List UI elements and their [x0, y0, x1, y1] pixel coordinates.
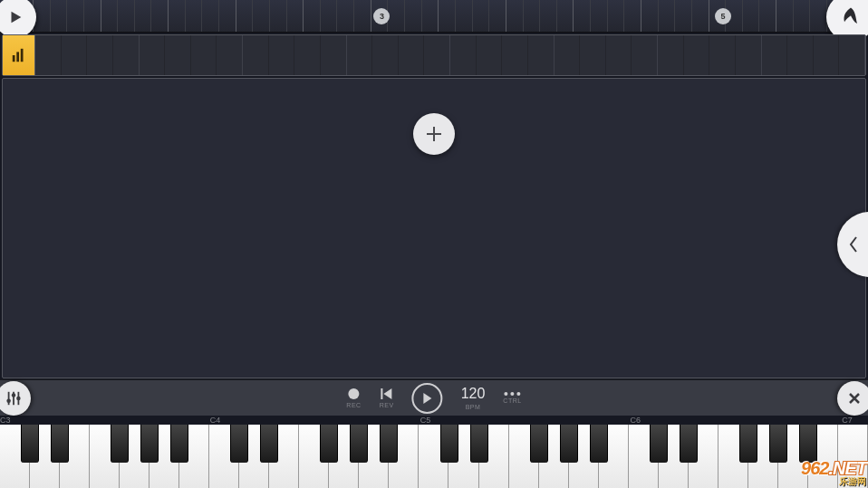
- pattern-cell[interactable]: [684, 35, 710, 75]
- svg-point-8: [16, 396, 21, 400]
- pattern-cell[interactable]: [736, 35, 762, 75]
- white-key[interactable]: [838, 425, 868, 488]
- pattern-cell[interactable]: [372, 35, 399, 75]
- timeline-tick: [336, 0, 337, 32]
- black-key[interactable]: [590, 425, 608, 463]
- pattern-cell[interactable]: [580, 35, 606, 75]
- rewind-label: REV: [380, 402, 394, 408]
- pattern-cell[interactable]: [113, 35, 140, 75]
- timeline-tick: [776, 0, 776, 32]
- transport-controls: REC REV 120 BPM CTRL: [346, 383, 521, 414]
- timeline-tick: [472, 0, 473, 32]
- play-button-top[interactable]: [0, 0, 36, 38]
- pattern-cell[interactable]: [87, 35, 113, 75]
- play-button[interactable]: [412, 383, 443, 414]
- pattern-cell[interactable]: [62, 35, 88, 75]
- timeline-tick: [168, 0, 169, 32]
- pattern-cell[interactable]: [658, 35, 684, 75]
- more-icon: [504, 392, 520, 396]
- black-key[interactable]: [111, 425, 129, 463]
- black-key[interactable]: [530, 425, 548, 463]
- black-key[interactable]: [51, 425, 69, 463]
- ctrl-button[interactable]: CTRL: [503, 392, 521, 404]
- pattern-cell[interactable]: [632, 35, 658, 75]
- pattern-cell[interactable]: [762, 35, 788, 75]
- pattern-cell[interactable]: [321, 35, 347, 75]
- black-key[interactable]: [680, 425, 698, 463]
- bar-marker[interactable]: 3: [373, 8, 390, 24]
- pattern-cell[interactable]: [424, 35, 450, 75]
- pattern-cell[interactable]: [347, 35, 373, 75]
- timeline-tick: [134, 0, 135, 32]
- octave-label: C3: [0, 416, 11, 425]
- timeline-tick: [269, 0, 270, 32]
- timeline-ruler[interactable]: 35: [0, 0, 868, 33]
- pattern-cell[interactable]: [217, 35, 243, 75]
- pattern-cell[interactable]: [450, 35, 477, 75]
- black-key[interactable]: [230, 425, 248, 463]
- black-key[interactable]: [170, 425, 188, 463]
- pattern-cell[interactable]: [814, 35, 840, 75]
- timeline-tick: [658, 0, 659, 32]
- pattern-cell[interactable]: [528, 35, 555, 75]
- timeline-tick: [742, 0, 743, 32]
- pattern-cell[interactable]: [35, 35, 62, 75]
- black-key[interactable]: [440, 425, 458, 463]
- black-key[interactable]: [140, 425, 159, 463]
- pattern-cell[interactable]: [294, 35, 321, 75]
- pattern-bar: [2, 34, 866, 76]
- piano-keyboard[interactable]: [0, 425, 868, 488]
- rewind-button[interactable]: REV: [380, 388, 394, 408]
- track-levels-tab[interactable]: [3, 35, 35, 75]
- black-key[interactable]: [260, 425, 278, 463]
- add-clip-button[interactable]: [413, 113, 455, 155]
- pattern-cell[interactable]: [787, 35, 814, 75]
- pattern-cell[interactable]: [502, 35, 528, 75]
- black-key[interactable]: [799, 425, 817, 463]
- close-keyboard-button[interactable]: [837, 381, 868, 416]
- bpm-control[interactable]: 120 BPM: [461, 386, 486, 410]
- timeline-tick: [523, 0, 524, 32]
- bars-icon: [11, 47, 27, 63]
- clip-area[interactable]: [2, 78, 866, 378]
- black-key[interactable]: [350, 425, 368, 463]
- pattern-cell[interactable]: [399, 35, 425, 75]
- pattern-cell[interactable]: [243, 35, 269, 75]
- bar-marker[interactable]: 5: [715, 8, 731, 24]
- black-key[interactable]: [380, 425, 398, 463]
- mixer-button[interactable]: [0, 381, 31, 416]
- octave-label: C7: [842, 416, 853, 425]
- black-key[interactable]: [470, 425, 488, 463]
- pattern-cell[interactable]: [140, 35, 166, 75]
- black-key[interactable]: [739, 425, 757, 463]
- timeline-tick: [641, 0, 641, 32]
- black-key[interactable]: [21, 425, 39, 463]
- timeline-tick: [404, 0, 405, 32]
- record-button[interactable]: REC: [346, 388, 361, 408]
- timeline-tick: [421, 0, 422, 32]
- black-key[interactable]: [650, 425, 668, 463]
- pattern-cell[interactable]: [269, 35, 295, 75]
- pattern-cell[interactable]: [606, 35, 632, 75]
- pattern-cell[interactable]: [191, 35, 217, 75]
- pattern-cell[interactable]: [839, 35, 865, 75]
- ctrl-label: CTRL: [503, 397, 521, 404]
- timeline-tick: [488, 0, 489, 32]
- pattern-cell[interactable]: [709, 35, 736, 75]
- pattern-cell[interactable]: [555, 35, 581, 75]
- timeline-tick: [607, 0, 608, 32]
- timeline-tick: [371, 0, 371, 32]
- black-key[interactable]: [320, 425, 338, 463]
- timeline-tick: [691, 0, 692, 32]
- timeline-tick: [709, 0, 709, 32]
- black-key[interactable]: [560, 425, 578, 463]
- timeline-tick: [455, 0, 456, 32]
- pattern-grid[interactable]: [35, 35, 865, 75]
- pattern-cell[interactable]: [477, 35, 503, 75]
- pattern-cell[interactable]: [165, 35, 191, 75]
- svg-rect-1: [16, 52, 19, 62]
- bpm-value: 120: [461, 386, 486, 402]
- black-key[interactable]: [769, 425, 787, 463]
- timeline-tick: [101, 0, 101, 32]
- octave-label-row: C3C4C5C6C7: [0, 416, 868, 425]
